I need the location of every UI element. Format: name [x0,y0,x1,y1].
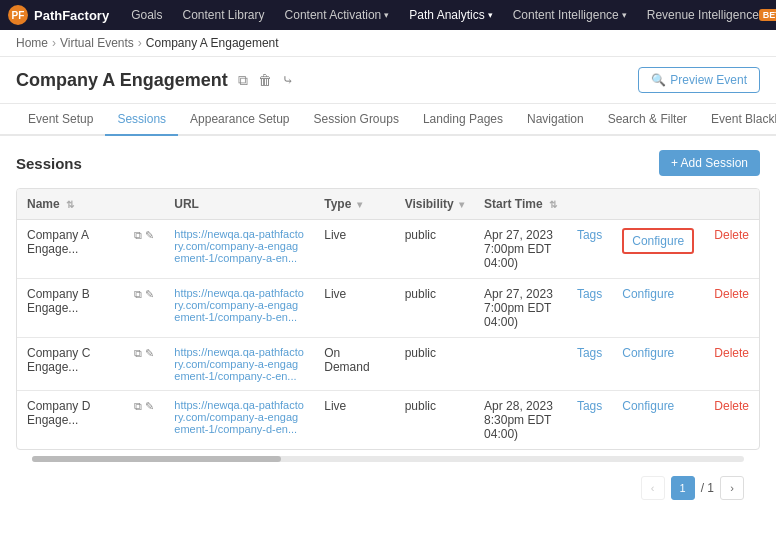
scrollbar-track[interactable] [32,456,744,462]
breadcrumb-sep-2: › [138,36,142,50]
tab-landing-pages[interactable]: Landing Pages [411,104,515,136]
tab-search-filter[interactable]: Search & Filter [596,104,699,136]
configure-link-3[interactable]: Configure [622,346,674,360]
cell-type-1: Live [314,220,394,279]
delete-link-2[interactable]: Delete [714,287,749,301]
cell-starttime-3 [474,338,567,391]
cell-visibility-4: public [395,391,474,450]
breadcrumb: Home › Virtual Events › Company A Engage… [0,30,776,57]
cell-starttime-1: Apr 27, 20237:00pm EDT04:00) [474,220,567,279]
cell-type-3: On Demand [314,338,394,391]
col-delete [704,189,759,220]
tab-event-blacklist[interactable]: Event Blacklist [699,104,776,136]
cell-delete-2: Delete [704,279,759,338]
table-row: Company A Engage... ⧉ ✎ https://newqa.qa… [17,220,759,279]
sessions-table: Name ⇅ URL Type ▾ Visibility ▾ Start Tim… [16,188,760,450]
table-row: Company B Engage... ⧉ ✎ https://newqa.qa… [17,279,759,338]
cell-tags-2: Tags [567,279,612,338]
cell-type-2: Live [314,279,394,338]
cell-visibility-1: public [395,220,474,279]
configure-link-4[interactable]: Configure [622,399,674,413]
edit-row-icon-3[interactable]: ✎ [145,347,154,360]
delete-link-1[interactable]: Delete [714,228,749,242]
breadcrumb-sep-1: › [52,36,56,50]
page-header: Company A Engagement ⧉ 🗑 ⤷ 🔍 Preview Eve… [0,57,776,104]
preview-event-button[interactable]: 🔍 Preview Event [638,67,760,93]
copy-icon[interactable]: ⧉ [236,70,250,91]
cell-configure-3: Configure [612,338,704,391]
nav-item-goals[interactable]: Goals [121,0,172,30]
cell-visibility-3: public [395,338,474,391]
filter-type-icon[interactable]: ▾ [357,199,362,210]
title-icons: ⧉ 🗑 ⤷ [236,70,296,91]
cell-configure-2: Configure [612,279,704,338]
sort-name-icon: ⇅ [66,199,74,210]
tab-session-groups[interactable]: Session Groups [302,104,411,136]
share-icon[interactable]: ⤷ [280,70,296,91]
nav-item-content-intelligence[interactable]: Content Intelligence ▾ [503,0,637,30]
nav-item-content-library[interactable]: Content Library [173,0,275,30]
cell-delete-4: Delete [704,391,759,450]
tab-event-setup[interactable]: Event Setup [16,104,105,136]
tags-link-4[interactable]: Tags [577,399,602,413]
tab-navigation[interactable]: Navigation [515,104,596,136]
edit-row-icon-4[interactable]: ✎ [145,400,154,413]
nav-item-content-activation[interactable]: Content Activation ▾ [275,0,400,30]
cell-tags-1: Tags [567,220,612,279]
beta-badge: BETA [759,9,776,21]
tab-appearance-setup[interactable]: Appearance Setup [178,104,301,136]
copy-row-icon-3[interactable]: ⧉ [134,347,142,360]
cell-configure-1: Configure [612,220,704,279]
configure-link-2[interactable]: Configure [622,287,674,301]
configure-link-1[interactable]: Configure [622,228,694,254]
edit-row-icon-1[interactable]: ✎ [145,229,154,242]
cell-name-1: Company A Engage... ⧉ ✎ [17,220,164,279]
col-start-time: Start Time ⇅ [474,189,567,220]
add-session-button[interactable]: + Add Session [659,150,760,176]
tags-link-1[interactable]: Tags [577,228,602,242]
nav-item-path-analytics[interactable]: Path Analytics ▾ [399,0,502,30]
filter-visibility-icon[interactable]: ▾ [459,199,464,210]
section-header: Sessions + Add Session [16,150,760,176]
preview-event-label: Preview Event [670,73,747,87]
content-area: Sessions + Add Session Name ⇅ URL Type ▾… [0,136,776,522]
next-page-button[interactable]: › [720,476,744,500]
breadcrumb-virtual-events[interactable]: Virtual Events [60,36,134,50]
col-actions [567,189,612,220]
cell-visibility-2: public [395,279,474,338]
scrollbar-thumb[interactable] [32,456,281,462]
delete-link-3[interactable]: Delete [714,346,749,360]
tab-sessions[interactable]: Sessions [105,104,178,136]
current-page: 1 [671,476,695,500]
delete-link-4[interactable]: Delete [714,399,749,413]
table-row: Company C Engage... ⧉ ✎ https://newqa.qa… [17,338,759,391]
edit-row-icon-2[interactable]: ✎ [145,288,154,301]
cell-type-4: Live [314,391,394,450]
cell-url-1: https://newqa.qa-pathfactory.com/company… [164,220,314,279]
col-configure [612,189,704,220]
cell-starttime-4: Apr 28, 20238:30pm EDT04:00) [474,391,567,450]
copy-row-icon-4[interactable]: ⧉ [134,400,142,413]
nav-item-revenue-intelligence[interactable]: Revenue Intelligence BETA ▾ [637,0,776,30]
table-header: Name ⇅ URL Type ▾ Visibility ▾ Start Tim… [17,189,759,220]
search-icon: 🔍 [651,73,666,87]
trash-icon[interactable]: 🗑 [256,70,274,91]
prev-page-button[interactable]: ‹ [641,476,665,500]
cell-name-4: Company D Engage... ⧉ ✎ [17,391,164,450]
logo-text: PathFactory [34,8,109,23]
pagination: ‹ 1 / 1 › [16,468,760,508]
cell-url-2: https://newqa.qa-pathfactory.com/company… [164,279,314,338]
logo-icon: PF [8,5,28,25]
breadcrumb-current: Company A Engagement [146,36,279,50]
cell-configure-4: Configure [612,391,704,450]
top-nav: PF PathFactory Goals Content Library Con… [0,0,776,30]
tags-link-2[interactable]: Tags [577,287,602,301]
table-row: Company D Engage... ⧉ ✎ https://newqa.qa… [17,391,759,450]
tags-link-3[interactable]: Tags [577,346,602,360]
copy-row-icon-2[interactable]: ⧉ [134,288,142,301]
copy-row-icon-1[interactable]: ⧉ [134,229,142,242]
breadcrumb-home[interactable]: Home [16,36,48,50]
cell-tags-4: Tags [567,391,612,450]
table-body: Company A Engage... ⧉ ✎ https://newqa.qa… [17,220,759,450]
cell-name-2: Company B Engage... ⧉ ✎ [17,279,164,338]
